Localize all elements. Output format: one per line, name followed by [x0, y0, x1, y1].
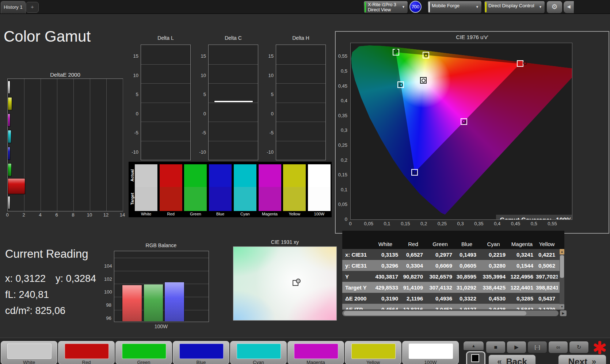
gamut-point-red	[517, 60, 523, 67]
swatch-column-red: Red	[160, 162, 182, 217]
pattern-tile-label: 100W	[403, 360, 458, 364]
table-cell: 91,4109	[401, 284, 426, 291]
reading-x-value: x: 0,3122	[5, 273, 46, 284]
y-axis-labels: 1041021009896	[104, 251, 113, 321]
settings-button[interactable]: ⚙	[546, 1, 563, 14]
delta-l-plot-area	[141, 45, 191, 160]
pattern-tile-white[interactable]: White	[1, 341, 57, 364]
table-cell: 122,4956	[508, 273, 536, 280]
target-swatch	[259, 187, 281, 211]
y-tick-label: -5	[266, 130, 274, 135]
gridline	[141, 103, 190, 103]
pattern-series-button[interactable]: [··]	[527, 341, 547, 353]
source-name: Mobile Forge	[432, 3, 460, 8]
y-tick-label: 15	[198, 53, 206, 59]
display-control-dropdown[interactable]: Direct Display Control ▼	[484, 1, 545, 14]
pattern-tile-green[interactable]: Green	[115, 341, 172, 364]
stop-icon: ■	[494, 344, 497, 350]
target-swatch	[160, 187, 182, 211]
x-tick-label: 0,05	[362, 221, 375, 226]
table-cell: 307,4132	[426, 284, 455, 291]
actual-swatch	[160, 164, 182, 187]
gridline	[114, 258, 209, 258]
x-tick-label: 8	[69, 212, 77, 218]
target-swatch	[283, 187, 306, 211]
table-cell: 398,8241	[536, 284, 558, 291]
bar-yellow	[8, 97, 12, 110]
bar-cyan	[8, 130, 11, 143]
play-button[interactable]: ▶	[507, 341, 526, 353]
target-row-label: Target	[130, 188, 135, 210]
gamut-coverage-readout: Gamut Coverage: 100%	[496, 215, 572, 220]
gamut-point-cyan	[397, 81, 404, 88]
bar-red	[8, 178, 25, 194]
y-tick-label: 0,5	[336, 68, 347, 74]
tab-history-1[interactable]: History 1	[1, 1, 26, 14]
x-tick-label: 4	[36, 212, 45, 218]
next-button[interactable]: Next »	[558, 355, 606, 364]
pattern-tile-yellow[interactable]: Yellow	[345, 341, 401, 364]
table-header-row: WhiteRedGreenBlueCyanMagentaYellow	[342, 231, 564, 249]
target-swatch	[184, 187, 207, 211]
pattern-window-toggle-button[interactable]	[466, 351, 485, 364]
delta-h-plot-area	[276, 45, 326, 160]
scroll-up-button[interactable]: ▲	[560, 249, 564, 254]
play-icon: ▶	[514, 344, 519, 350]
meter-count-badge[interactable]: 700	[409, 1, 422, 13]
collapse-panel-button[interactable]: ◀	[563, 1, 574, 14]
pattern-options-expand-button[interactable]: ▲	[463, 341, 484, 350]
xy-color-field	[233, 246, 337, 321]
pattern-tile-label: Red	[58, 360, 114, 364]
cie-1931-xy-diagram: CIE 1931 xy	[233, 238, 337, 329]
row-label: x: CIE31	[342, 252, 370, 258]
source-dropdown[interactable]: Mobile Forge ▼	[427, 1, 482, 14]
pattern-tile-label: Yellow	[345, 360, 401, 364]
gamut-point-dot	[413, 170, 417, 175]
pattern-tile-magenta[interactable]: Magenta	[287, 341, 344, 364]
scrollbar-thumb[interactable]	[560, 255, 564, 278]
pattern-tile-red[interactable]: Red	[58, 341, 115, 364]
x-tick-label: 14	[118, 212, 127, 218]
vertical-scrollbar[interactable]: ▲ ▼	[560, 249, 564, 310]
y-tick-label: -5	[130, 130, 138, 135]
swatch-column-cyan: Cyan	[234, 162, 256, 217]
continuous-read-button[interactable]: ∞	[548, 341, 568, 353]
y-tick-label: 0	[130, 111, 138, 116]
actual-swatch	[184, 164, 207, 187]
pattern-tile-blue[interactable]: Blue	[173, 341, 229, 364]
table-cell: 122,4401	[508, 284, 536, 291]
meter-dropdown[interactable]: X-Rite i1Pro 3 Direct View ▼	[363, 1, 408, 14]
back-button[interactable]: « Back	[488, 355, 536, 364]
scrollbar-track[interactable]	[342, 310, 558, 316]
pattern-tile-100w[interactable]: 100W	[402, 341, 459, 364]
bar-white	[8, 196, 10, 209]
table-cell: 0,1493	[455, 252, 479, 258]
scroll-down-button[interactable]: ▼	[560, 304, 564, 310]
stop-button[interactable]: ■	[486, 341, 506, 353]
target-swatch	[209, 187, 232, 211]
swatch-column-100w: 100W	[308, 162, 331, 217]
table-cell: 2,0428	[479, 306, 508, 310]
gridline	[41, 79, 41, 211]
gridline	[141, 141, 190, 141]
target-swatch	[135, 187, 157, 211]
add-tab-button[interactable]: +	[26, 2, 39, 13]
chevron-up-icon: ▲	[472, 344, 476, 348]
swatch-column-green: Green	[184, 162, 207, 217]
horizontal-scrollbar[interactable]: ▶	[342, 310, 567, 316]
pattern-tile-cyan[interactable]: Cyan	[230, 341, 287, 364]
measurement-table: WhiteRedGreenBlueCyanMagentaYellow x: CI…	[342, 231, 564, 310]
x-tick-label: 0,5	[527, 221, 541, 226]
scrollbar-thumb[interactable]	[344, 311, 526, 315]
pattern-swatch	[351, 344, 396, 359]
chart-title: CIE 1931 xy	[233, 239, 337, 245]
scroll-right-button[interactable]: ▶	[560, 310, 567, 316]
gamut-point-dot	[394, 49, 398, 53]
current-reading-title: Current Reading	[5, 248, 88, 261]
table-cell: 0,3296	[370, 263, 401, 269]
pattern-tile-label: Magenta	[288, 360, 344, 364]
refresh-button[interactable]: ↻	[569, 341, 589, 353]
chevron-down-icon: ▼	[539, 5, 542, 9]
chevron-left-icon: ◀	[567, 4, 570, 9]
bar-100w	[214, 100, 253, 103]
